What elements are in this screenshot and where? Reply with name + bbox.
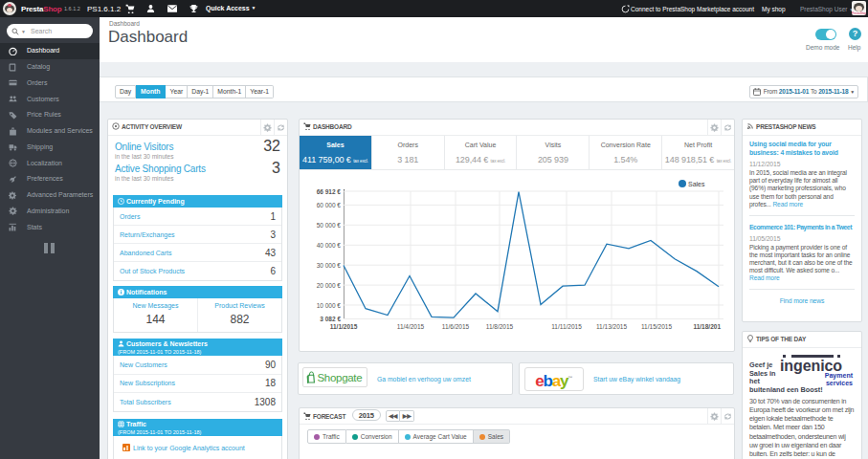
svg-text:30 000 €: 30 000 € <box>317 262 342 269</box>
svg-text:11/13/2015: 11/13/2015 <box>596 323 627 330</box>
svg-text:40 000 €: 40 000 € <box>317 242 342 249</box>
svg-text:11/1/2015: 11/1/2015 <box>330 323 358 330</box>
svg-text:66 912 €: 66 912 € <box>317 188 342 195</box>
svg-text:11/11/2015: 11/11/2015 <box>551 323 582 330</box>
svg-text:11/15/2015: 11/15/2015 <box>641 323 672 330</box>
svg-text:3 082 €: 3 082 € <box>320 316 341 322</box>
svg-text:50 000 €: 50 000 € <box>317 222 342 229</box>
svg-text:11/4/2015: 11/4/2015 <box>397 323 425 330</box>
svg-text:10 000 €: 10 000 € <box>317 302 342 309</box>
svg-text:11/6/2015: 11/6/2015 <box>442 323 470 330</box>
svg-text:20 000 €: 20 000 € <box>317 282 342 289</box>
svg-text:11/8/2015: 11/8/2015 <box>486 323 514 330</box>
svg-text:11/18/201: 11/18/201 <box>693 323 721 330</box>
svg-text:Sales: Sales <box>688 181 705 187</box>
svg-text:60 000 €: 60 000 € <box>317 202 342 208</box>
